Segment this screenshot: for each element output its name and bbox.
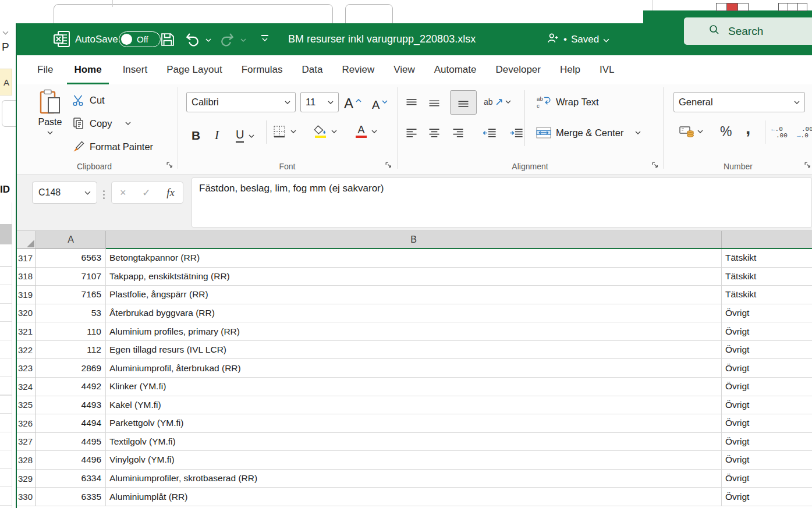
cell-c[interactable]: Övrigt — [722, 341, 812, 360]
row-header[interactable]: 327 — [17, 433, 36, 452]
paste-button[interactable]: Paste — [33, 89, 67, 134]
tab-page-layout[interactable]: Page Layout — [158, 55, 231, 84]
merge-center-button[interactable]: Merge & Center — [536, 123, 641, 143]
cell-a[interactable]: 4496 — [36, 451, 106, 470]
cell-b[interactable]: Egen tillagd resurs (IVL LCR) — [106, 341, 722, 360]
increase-decimal-button[interactable]: ←.0 .00 — [771, 123, 788, 143]
column-header-a[interactable]: A — [36, 231, 106, 248]
cut-button[interactable]: Cut — [72, 90, 105, 110]
column-header-c[interactable] — [722, 231, 812, 248]
cell-c[interactable]: Övrigt — [722, 396, 812, 415]
cell-a[interactable]: 6563 — [36, 249, 106, 268]
format-painter-button[interactable]: Format Painter — [72, 137, 153, 157]
tab-insert[interactable]: Insert — [114, 55, 157, 84]
cell-b[interactable]: Kakel (YM.fi) — [106, 396, 722, 415]
font-color-button[interactable]: A — [356, 122, 377, 141]
comma-style-button[interactable]: , — [746, 118, 750, 138]
tab-developer[interactable]: Developer — [487, 55, 549, 84]
tab-data[interactable]: Data — [293, 55, 332, 84]
redo-menu-chevron[interactable] — [240, 38, 246, 42]
cell-c[interactable]: Övrigt — [722, 304, 812, 323]
font-size-select[interactable]: 11 — [300, 92, 339, 112]
row-header[interactable]: 318 — [17, 268, 36, 286]
cell-c[interactable]: Övrigt — [722, 322, 812, 341]
autosave-toggle[interactable]: Off — [119, 31, 161, 47]
tab-file[interactable]: File — [29, 55, 62, 84]
formula-bar-handle[interactable] — [103, 190, 105, 199]
insert-function-icon[interactable]: fx — [166, 186, 175, 199]
undo-button[interactable] — [185, 31, 200, 47]
cell-a[interactable]: 4493 — [36, 396, 106, 415]
grow-font-button[interactable]: A — [344, 92, 361, 112]
search-box[interactable]: Search — [684, 17, 812, 45]
cell-a[interactable]: 6335 — [36, 488, 106, 506]
quick-access-toolbar-chevron[interactable] — [260, 35, 270, 41]
tab-formulas[interactable]: Formulas — [233, 55, 292, 84]
name-box[interactable]: C148 — [32, 182, 97, 204]
cell-a[interactable]: 4495 — [36, 433, 106, 452]
shrink-font-button[interactable]: A — [372, 92, 388, 112]
cell-b[interactable]: Aluminiumplåt (RR) — [106, 488, 722, 506]
row-header[interactable]: 330 — [17, 488, 36, 506]
tab-view[interactable]: View — [385, 55, 424, 84]
row-header[interactable]: 319 — [17, 286, 36, 304]
align-left-button[interactable] — [406, 123, 417, 143]
cell-c[interactable]: Tätskikt — [722, 286, 812, 304]
row-header[interactable]: 323 — [17, 359, 36, 378]
row-header[interactable]: 329 — [17, 470, 36, 488]
enter-icon[interactable]: ✓ — [142, 187, 150, 199]
cell-a[interactable]: 4494 — [36, 414, 106, 433]
save-status-group[interactable]: • Saved — [547, 23, 609, 55]
cell-b[interactable]: Aluminiumprofil, återbrukad (RR) — [106, 359, 722, 378]
fill-color-button[interactable] — [314, 122, 337, 141]
align-top-button[interactable] — [406, 93, 417, 113]
cell-b[interactable]: Aluminiumprofiler, skrotbaserad (RR) — [106, 470, 722, 488]
borders-button[interactable] — [273, 122, 296, 141]
increase-indent-button[interactable] — [509, 123, 523, 143]
cell-b[interactable]: Klinker (YM.fi) — [106, 378, 722, 396]
row-header[interactable]: 326 — [17, 414, 36, 433]
row-header[interactable]: 322 — [17, 341, 36, 360]
undo-menu-chevron[interactable] — [205, 38, 211, 42]
copy-button[interactable]: Copy — [72, 113, 131, 133]
cancel-icon[interactable]: × — [120, 187, 126, 199]
underline-button[interactable]: U — [236, 123, 254, 143]
orientation-button[interactable]: ab — [484, 92, 511, 112]
cell-a[interactable]: 7107 — [36, 268, 106, 286]
cell-a[interactable]: 2869 — [36, 359, 106, 378]
row-header[interactable]: 317 — [17, 249, 36, 268]
align-right-button[interactable] — [452, 123, 464, 143]
cell-b[interactable]: Återbrukad byggvara (RR) — [106, 304, 722, 323]
clipboard-dialog-launcher[interactable] — [166, 161, 174, 169]
wrap-text-button[interactable]: ab c Wrap Text — [536, 92, 599, 112]
cell-c[interactable]: Övrigt — [722, 359, 812, 378]
row-header[interactable]: 321 — [17, 322, 36, 341]
tab-ivl[interactable]: IVL — [591, 55, 623, 84]
cell-c[interactable]: Övrigt — [722, 488, 812, 506]
redo-button[interactable] — [219, 31, 235, 47]
cell-c[interactable]: Övrigt — [722, 433, 812, 452]
formula-input[interactable]: Fästdon, beslag, lim, fog mm (ej sakvaro… — [192, 177, 812, 228]
align-middle-button[interactable] — [428, 93, 440, 113]
italic-button[interactable]: I — [215, 123, 219, 143]
percent-style-button[interactable]: % — [720, 122, 732, 141]
decrease-decimal-button[interactable]: .00 →.0 — [797, 123, 812, 143]
cell-b[interactable]: Aluminium profiles, primary (RR) — [106, 322, 722, 341]
cell-b[interactable]: Vinylgolv (YM.fi) — [106, 451, 722, 470]
excel-logo-icon[interactable] — [53, 30, 72, 48]
document-title[interactable]: BM resurser inkl varugrupp_220803.xlsx — [288, 23, 476, 55]
cell-c[interactable]: Tätskikt — [722, 249, 812, 268]
number-format-select[interactable]: General — [673, 92, 805, 112]
tab-review[interactable]: Review — [333, 55, 383, 84]
save-icon[interactable] — [159, 31, 176, 48]
cell-a[interactable]: 112 — [36, 341, 106, 360]
alignment-dialog-launcher[interactable] — [651, 161, 659, 169]
row-header[interactable]: 324 — [17, 378, 36, 396]
column-header-b[interactable]: B — [106, 231, 722, 248]
cell-c[interactable]: Tätskikt — [722, 268, 812, 286]
row-header[interactable]: 320 — [17, 304, 36, 323]
cell-c[interactable]: Övrigt — [722, 470, 812, 488]
cell-b[interactable]: Textilgolv (YM.fi) — [106, 433, 722, 452]
row-header[interactable]: 325 — [17, 396, 36, 415]
tab-help[interactable]: Help — [551, 55, 589, 84]
